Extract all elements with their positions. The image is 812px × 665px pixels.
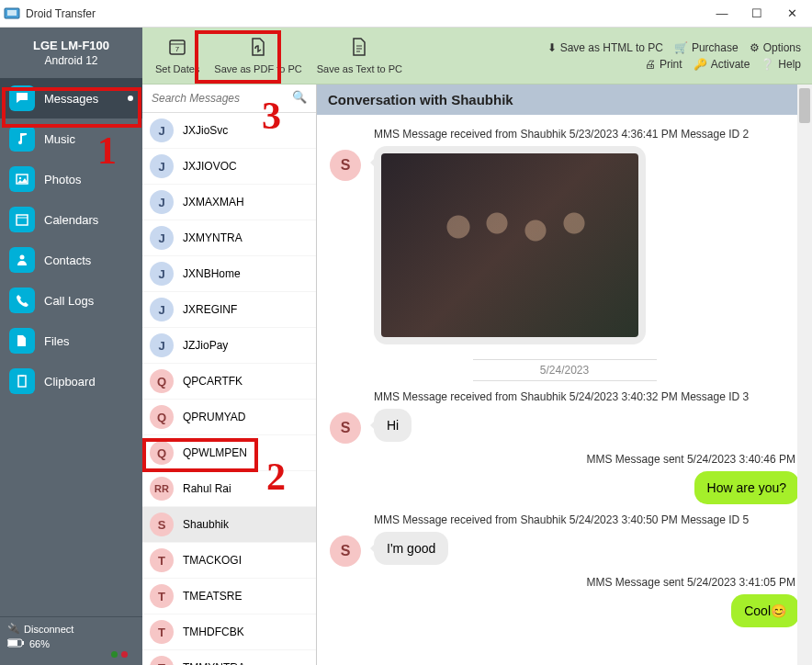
contact-item[interactable]: TTMMYNTRA xyxy=(142,650,316,665)
battery-status: 66% xyxy=(7,637,135,651)
sidebar-item-calendars[interactable]: Calendars xyxy=(0,199,142,240)
contact-name: JXJIOVOC xyxy=(183,160,237,173)
contact-name: Rahul Rai xyxy=(183,482,231,495)
search-input[interactable] xyxy=(148,88,310,108)
message-bubble xyxy=(374,146,646,344)
message-meta: MMS Message received from Shaubhik 5/24/… xyxy=(374,513,799,526)
activate-button[interactable]: 🔑Activate xyxy=(694,58,750,71)
sidebar-item-label: Contacts xyxy=(44,254,91,267)
contact-item[interactable]: JJZJioPay xyxy=(142,328,316,364)
photo-icon xyxy=(9,166,35,192)
sidebar-item-messages[interactable]: Messages xyxy=(0,78,142,118)
svg-rect-11 xyxy=(22,641,24,645)
contact-item[interactable]: QQPCARTFK xyxy=(142,364,316,400)
contact-item[interactable]: TTMACKOGI xyxy=(142,543,316,579)
contact-item[interactable]: SShaubhik xyxy=(142,507,316,543)
contact-item[interactable]: JJXJIOVOC xyxy=(142,149,316,185)
contact-item[interactable]: JJXMAXMAH xyxy=(142,185,316,220)
device-info: LGE LM-F100 Android 12 xyxy=(0,28,142,78)
contact-avatar: J xyxy=(150,333,174,357)
contact-name: JXREGINF xyxy=(183,303,237,316)
options-button[interactable]: ⚙Options xyxy=(750,41,801,54)
save-pdf-button[interactable]: Save as PDF to PC xyxy=(207,33,309,78)
message-bubble: Hi xyxy=(374,409,412,442)
message-meta: MMS Message received from Shaubhik 5/23/… xyxy=(374,128,799,141)
contact-name: TMEATSRE xyxy=(183,590,242,603)
sidebar-item-label: Call Logs xyxy=(44,294,94,308)
sender-avatar: S xyxy=(330,412,361,444)
contact-name: JXMYNTRA xyxy=(183,231,242,244)
chat-body: MMS Message received from Shaubhik 5/23/… xyxy=(317,115,812,646)
contact-avatar: T xyxy=(150,548,174,572)
message-meta: MMS Message sent 5/24/2023 3:40:46 PM xyxy=(330,453,795,466)
search-icon[interactable]: 🔍 xyxy=(292,90,307,104)
contact-item[interactable]: JJXJioSvc xyxy=(142,113,316,149)
contact-avatar: S xyxy=(150,513,174,536)
contact-name: JXJioSvc xyxy=(183,124,228,137)
contact-name: JXNBHome xyxy=(183,267,241,280)
mms-image[interactable] xyxy=(381,153,638,337)
contact-name: JZJioPay xyxy=(183,339,228,352)
contact-item[interactable]: QQPRUMYAD xyxy=(142,400,316,435)
clipboard-icon xyxy=(9,368,35,394)
maximize-button[interactable]: ☐ xyxy=(740,3,773,25)
contact-item[interactable]: TTMEATSRE xyxy=(142,579,316,614)
save-html-button[interactable]: ⬇Save as HTML to PC xyxy=(547,41,663,54)
files-icon xyxy=(9,328,35,354)
contact-avatar: Q xyxy=(150,369,174,393)
indicator-dot xyxy=(128,96,133,101)
contact-avatar: J xyxy=(150,154,174,178)
save-text-button[interactable]: Save as Text to PC xyxy=(310,33,410,78)
contact-item[interactable]: JJXMYNTRA xyxy=(142,220,316,256)
message-bubble: I'm good xyxy=(374,532,448,565)
contact-name: TMACKOGI xyxy=(183,554,242,567)
purchase-button[interactable]: 🛒Purchase xyxy=(674,41,739,54)
text-file-icon xyxy=(349,37,369,62)
phone-icon xyxy=(9,287,35,313)
contact-item[interactable]: JJXREGINF xyxy=(142,292,316,328)
contact-name: TMHDFCBK xyxy=(183,626,244,638)
sidebar-item-call-logs[interactable]: Call Logs xyxy=(0,280,142,321)
device-os: Android 12 xyxy=(6,54,137,67)
disconnect-button[interactable]: 🔌 Disconnect xyxy=(7,621,135,637)
toolbar: 7 Set Dates Save as PDF to PC Save as Te… xyxy=(142,28,812,85)
sidebar-item-label: Clipboard xyxy=(44,375,96,389)
window-title: Droid Transfer xyxy=(26,7,705,20)
sidebar-item-label: Messages xyxy=(44,92,98,106)
contact-item[interactable]: JJXNBHome xyxy=(142,256,316,292)
svg-rect-7 xyxy=(18,376,26,387)
download-icon: ⬇ xyxy=(547,41,557,54)
chat-scrollbar[interactable] xyxy=(797,85,812,665)
contact-item[interactable]: RRRahul Rai xyxy=(142,471,316,507)
set-dates-button[interactable]: 7 Set Dates xyxy=(148,33,207,78)
contact-avatar: T xyxy=(150,620,174,644)
contact-avatar: J xyxy=(150,298,174,321)
help-button[interactable]: ❔Help xyxy=(761,58,801,71)
sidebar-item-contacts[interactable]: Contacts xyxy=(0,240,142,280)
contact-avatar: J xyxy=(150,118,174,142)
close-button[interactable]: ✕ xyxy=(775,3,808,25)
cart-icon: 🛒 xyxy=(674,41,688,54)
contact-avatar: Q xyxy=(150,405,174,429)
chat-pane: Conversation with Shaubhik MMS Message r… xyxy=(317,85,812,665)
svg-rect-4 xyxy=(17,215,28,225)
app-icon xyxy=(4,6,20,22)
contact-name: QPRUMYAD xyxy=(183,411,245,423)
svg-text:7: 7 xyxy=(175,45,180,53)
contact-item[interactable]: QQPWLMPEN xyxy=(142,435,316,471)
contact-avatar: Q xyxy=(150,441,174,465)
message-bubble: How are you? xyxy=(694,471,799,504)
sidebar-item-music[interactable]: Music xyxy=(0,118,142,159)
minimize-button[interactable]: — xyxy=(705,3,739,25)
print-button[interactable]: 🖨Print xyxy=(645,58,682,71)
sidebar-item-photos[interactable]: Photos xyxy=(0,159,142,199)
svg-point-3 xyxy=(19,177,21,179)
sidebar-item-clipboard[interactable]: Clipboard xyxy=(0,361,142,401)
incoming-message: SI'm good xyxy=(330,532,799,567)
contact-item[interactable]: TTMHDFCBK xyxy=(142,614,316,650)
contacts-icon xyxy=(9,247,35,273)
contacts-list[interactable]: JJXJioSvcJJXJIOVOCJJXMAXMAHJJXMYNTRAJJXN… xyxy=(142,113,316,665)
sidebar-item-files[interactable]: Files xyxy=(0,321,142,361)
message-bubble: Cool😊 xyxy=(731,594,799,627)
incoming-message: S xyxy=(330,146,799,344)
